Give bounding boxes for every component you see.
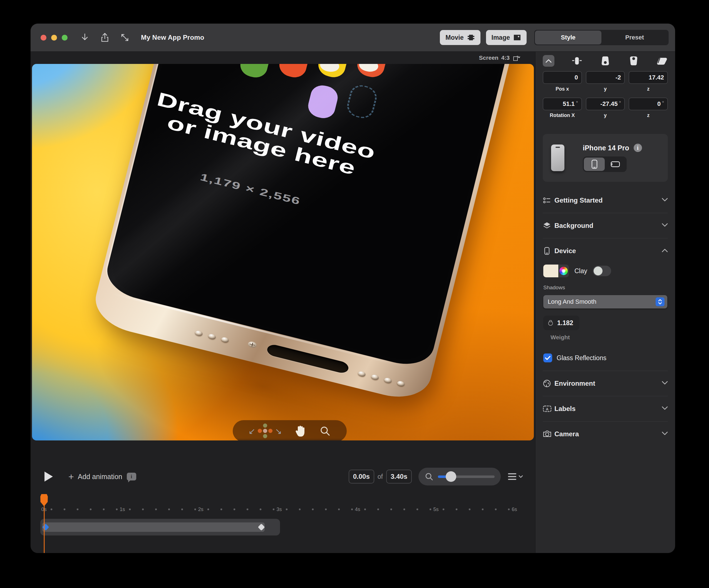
chevron-down-icon (662, 406, 668, 411)
movie-button-label: Movie (445, 34, 464, 41)
animation-info-icon[interactable]: i (127, 473, 136, 480)
zoom-tool[interactable] (319, 425, 331, 437)
timeline-ruler[interactable]: 0s 1s 2s 3s 4s 5s 6s (31, 505, 535, 513)
position-labels: Pos x y z (543, 84, 668, 92)
drop-hint-text: Drag your video or image here (138, 86, 390, 185)
ruler-label: 3s (274, 507, 284, 512)
preset-laying-flat-icon[interactable] (656, 55, 668, 67)
render-canvas[interactable]: Drag your video or image here 1,179 × 2,… (32, 64, 534, 441)
rotate-aspect-icon[interactable] (513, 54, 521, 62)
desktop: My New App Promo Movie Image Style Prese… (0, 0, 709, 588)
zoom-slider-knob[interactable] (446, 471, 456, 482)
keyframe-end[interactable] (258, 524, 265, 530)
glass-reflections-row[interactable]: Glass Reflections (543, 354, 667, 362)
total-time-field[interactable]: 3.40s (386, 470, 412, 483)
checkbox-checked-icon[interactable] (543, 354, 552, 362)
playhead[interactable] (40, 494, 48, 553)
rotation-z-label: z (629, 113, 668, 118)
image-button-label: Image (492, 34, 510, 41)
rotation-y-input[interactable]: -27.45 ° (586, 97, 625, 110)
timeline-options-menu[interactable] (508, 473, 523, 480)
shadow-weight-input[interactable]: 1.182 (543, 316, 579, 330)
shadows-select[interactable]: Long And Smooth (543, 295, 667, 308)
speaker-hole (208, 333, 216, 340)
info-icon[interactable]: i (634, 144, 642, 152)
glass-reflections-label: Glass Reflections (557, 354, 606, 362)
device-card-main: iPhone 14 Pro i (583, 144, 642, 172)
playhead-pin[interactable] (40, 494, 48, 506)
ruler-label: 4s (353, 507, 362, 512)
move-tool[interactable]: ↙ ↘ (248, 423, 282, 439)
zoom-button[interactable] (62, 35, 68, 40)
landscape-option[interactable] (605, 158, 626, 171)
close-button[interactable] (41, 35, 47, 40)
style-preset-tabs: Style Preset (534, 29, 669, 46)
section-background[interactable]: Background (543, 213, 668, 238)
degree-symbol: ° (619, 100, 621, 106)
rotation-x-input[interactable]: 51.1 ° (543, 97, 582, 110)
clay-toggle[interactable] (593, 265, 611, 276)
degree-symbol: ° (662, 100, 664, 106)
rotation-y-value: -27.45 (600, 100, 618, 108)
degree-symbol: ° (576, 100, 578, 106)
orientation-toggle (583, 157, 627, 172)
section-getting-started[interactable]: Getting Started (543, 188, 668, 213)
download-icon[interactable] (79, 31, 91, 44)
pos-y-input[interactable]: -2 (586, 71, 625, 84)
window-controls (41, 35, 68, 40)
minimize-button[interactable] (51, 35, 57, 40)
rotation-z-value: 0 (657, 100, 661, 108)
rotation-z-input[interactable]: 0 ° (629, 97, 668, 110)
speaker-hole (194, 330, 203, 337)
export-movie-button[interactable]: Movie (440, 30, 480, 45)
logo-leaf (277, 64, 311, 80)
section-label: Camera (554, 430, 579, 438)
pos-z-input[interactable]: 17.42 (629, 71, 668, 84)
logo-leaf (238, 64, 272, 80)
device-card[interactable]: iPhone 14 Pro i (543, 134, 668, 182)
pan-tool[interactable] (294, 424, 307, 438)
leaf-highlight (356, 64, 381, 73)
device-name: iPhone 14 Pro (583, 144, 629, 152)
of-label: of (377, 473, 383, 480)
section-labels[interactable]: A Labels (543, 396, 668, 421)
add-animation-button[interactable]: + Add animation (69, 471, 122, 482)
current-time-field[interactable]: 0.00s (349, 470, 374, 483)
search-icon (425, 472, 434, 481)
share-icon[interactable] (99, 31, 111, 44)
preset-tilt-back-icon[interactable] (628, 55, 639, 67)
tab-style[interactable]: Style (535, 31, 601, 45)
resize-diagonal-icon[interactable] (119, 31, 131, 44)
pos-x-label: Pos x (543, 86, 582, 92)
document-title: My New App Promo (141, 34, 204, 41)
playhead-line (44, 502, 45, 553)
current-time-value: 0.00s (353, 473, 370, 480)
timeline-controls: + Add animation i 0.00s of 3.40s (31, 468, 535, 486)
tab-preset[interactable]: Preset (601, 31, 668, 45)
speaker-hole (397, 381, 405, 387)
select-stepper-icon (656, 297, 664, 306)
time-display: 0.00s of 3.40s (349, 470, 412, 483)
preset-front-icon[interactable] (571, 55, 583, 67)
device-color-swatch[interactable] (543, 264, 569, 277)
animation-clip[interactable] (42, 523, 265, 532)
toggle-knob (594, 267, 603, 275)
screen-aspect-label: Screen 4:3 (479, 54, 521, 62)
section-camera[interactable]: Camera (543, 422, 668, 447)
portrait-option[interactable] (584, 158, 605, 171)
play-button[interactable] (44, 471, 55, 483)
timeline-zoom-control (418, 468, 501, 485)
preset-tilt-forward-icon[interactable] (600, 55, 611, 67)
logo-leaf (355, 64, 389, 80)
chevron-down-icon (519, 475, 523, 478)
color-wheel-icon (559, 267, 568, 275)
collapse-transform-button[interactable] (543, 55, 554, 67)
export-image-button[interactable]: Image (486, 30, 527, 45)
screw (247, 341, 257, 348)
animation-track[interactable] (40, 519, 280, 535)
section-environment[interactable]: Environment (543, 371, 668, 396)
zoom-slider[interactable] (438, 475, 495, 478)
pos-x-input[interactable]: 0 (543, 71, 582, 84)
chevron-down-icon (662, 381, 668, 386)
section-device[interactable]: Device (543, 239, 668, 263)
